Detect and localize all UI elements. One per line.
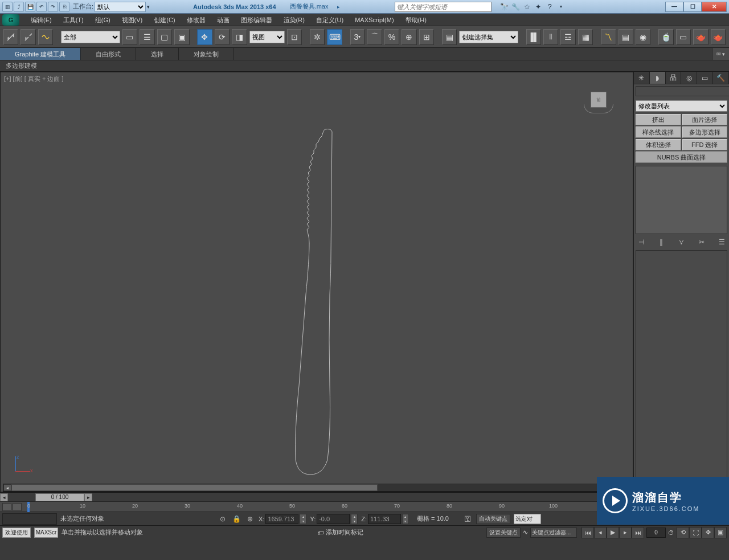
search-input[interactable] <box>395 2 492 12</box>
make-unique-icon[interactable]: ⋎ <box>676 237 687 247</box>
mod-splineselect-button[interactable]: 样条线选择 <box>636 126 681 138</box>
workspace-dropdown[interactable]: 默认 <box>95 2 146 12</box>
selset-field[interactable]: 选定对 <box>514 514 541 524</box>
close-button[interactable]: ✕ <box>702 2 727 12</box>
help-dd-icon[interactable]: ▾ <box>556 2 566 11</box>
zoom-ext-icon[interactable]: ⛶ <box>689 527 702 538</box>
bind-spacewarp-icon[interactable] <box>38 29 53 45</box>
keyboard-shortcut-icon[interactable]: ⌨ <box>327 29 342 45</box>
pan2-icon[interactable]: ✥ <box>702 527 714 538</box>
mod-meshselect-button[interactable]: 面片选择 <box>682 114 728 125</box>
wrench-icon[interactable]: 🔧 <box>511 2 520 11</box>
manipulate-icon[interactable]: ✲ <box>310 29 325 45</box>
tab-selection[interactable]: 选择 <box>136 48 179 60</box>
help-icon[interactable]: ? <box>545 2 554 11</box>
menu-help[interactable]: 帮助(H) <box>400 14 432 26</box>
ref-coord-dropdown[interactable]: 视图 <box>249 31 285 43</box>
remove-mod-icon[interactable]: ✂ <box>696 237 707 247</box>
key-mode-icon[interactable]: ⚿ <box>462 514 473 524</box>
modifier-stack[interactable] <box>636 166 727 234</box>
scroll-thumb[interactable] <box>11 484 378 491</box>
max-toggle-icon[interactable]: ▣ <box>714 527 727 538</box>
show-end-icon[interactable]: ‖ <box>656 237 667 247</box>
tab-display-icon[interactable]: ▭ <box>697 72 713 84</box>
tab-motion-icon[interactable]: ◎ <box>681 72 697 84</box>
title-dropdown-icon[interactable]: ▸ <box>337 4 340 10</box>
percent-snap-icon[interactable]: % <box>384 29 399 45</box>
viewport-label[interactable]: [+] [前] [ 真实 + 边面 ] <box>4 75 64 83</box>
tab-graphite[interactable]: Graphite 建模工具 <box>0 48 81 60</box>
scroll-left-icon[interactable]: ◂ <box>3 484 11 491</box>
binoculars-icon[interactable]: 🔭 <box>499 2 509 11</box>
snap-3d-icon[interactable]: 3▾ <box>350 29 365 45</box>
layers-icon[interactable]: ☲ <box>560 29 575 45</box>
welcome-button[interactable]: 欢迎使用 <box>2 528 31 538</box>
maxscript-button[interactable]: MAXScr <box>34 528 58 538</box>
pivot-center-icon[interactable]: ⊡ <box>287 29 302 45</box>
coord-x-input[interactable] <box>265 514 298 524</box>
new-icon[interactable]: ▥ <box>2 2 13 12</box>
menu-render[interactable]: 渲染(R) <box>278 14 310 26</box>
tab-utilities-icon[interactable]: 🔨 <box>713 72 729 84</box>
current-frame[interactable]: 0 <box>646 528 666 538</box>
tab-hierarchy-icon[interactable]: 品 <box>666 72 682 84</box>
tag-icon[interactable]: 🏷 <box>317 529 323 536</box>
key-filter-icon[interactable]: ∿ <box>523 529 528 536</box>
spline-object[interactable] <box>245 124 371 477</box>
link-tool-icon[interactable] <box>3 29 18 45</box>
viewport-hscroll[interactable]: ◂ ▸ <box>3 484 630 492</box>
menu-maxscript[interactable]: MAXScript(M) <box>349 14 399 26</box>
setkey-button[interactable]: 设置关键点 <box>486 528 521 538</box>
pin-stack-icon[interactable]: ⊣ <box>636 237 647 247</box>
align-icon[interactable]: ⫴ <box>543 29 558 45</box>
unlink-tool-icon[interactable] <box>21 29 35 45</box>
menu-view[interactable]: 视图(V) <box>116 14 149 26</box>
minimize-button[interactable]: — <box>665 2 683 12</box>
open-icon[interactable]: ⤴ <box>14 2 24 12</box>
rollout-area[interactable] <box>636 250 727 490</box>
tab-freeform[interactable]: 自由形式 <box>81 48 136 60</box>
favorite-icon[interactable]: ✦ <box>534 2 543 11</box>
menu-create[interactable]: 创建(C) <box>148 14 181 26</box>
orbit-icon[interactable]: ⟲ <box>677 527 689 538</box>
move-tool-icon[interactable]: ✥ <box>197 29 212 45</box>
render-prod-icon[interactable]: 🫖 <box>711 29 726 45</box>
render-icon[interactable]: 🫖 <box>693 29 708 45</box>
goto-end-icon[interactable]: ⏭ <box>632 527 644 538</box>
tab-modify-icon[interactable]: ◗ <box>650 72 666 84</box>
angle-snap-icon[interactable]: ⌒ <box>367 29 382 45</box>
select-name-icon[interactable]: ☰ <box>140 29 154 45</box>
prev-frame-icon[interactable]: ◂ <box>594 527 607 538</box>
link-icon[interactable]: ⎘ <box>59 2 69 12</box>
goto-start-icon[interactable]: ⏮ <box>581 527 594 538</box>
viewport[interactable]: [+] [前] [ 真实 + 边面 ] 前 z x ◂ ▸ <box>0 72 633 492</box>
tab-objectpaint[interactable]: 对象绘制 <box>179 48 234 60</box>
viewcube-ring[interactable] <box>584 104 613 113</box>
lock-icon[interactable]: 🔒 <box>231 514 241 524</box>
window-crossing-icon[interactable]: ▣ <box>174 29 189 45</box>
rotate-tool-icon[interactable]: ⟳ <box>215 29 230 45</box>
autokey-button[interactable]: 自动关键点 <box>476 514 510 524</box>
slider-thumb[interactable]: 0 / 100 <box>35 493 84 501</box>
mod-extrude-button[interactable]: 挤出 <box>636 114 681 125</box>
select-region-rect-icon[interactable]: ▢ <box>157 29 172 45</box>
undo-icon[interactable]: ↶ <box>36 2 47 12</box>
coord-z-input[interactable] <box>368 514 401 524</box>
app-logo-icon[interactable]: G <box>2 14 19 26</box>
time-config-icon[interactable]: ⏱ <box>668 529 674 536</box>
coord-z-spinner[interactable]: ▴▾ <box>402 514 409 524</box>
mod-volselect-button[interactable]: 体积选择 <box>636 139 681 150</box>
mod-polyselect-button[interactable]: 多边形选择 <box>682 126 728 138</box>
coord-x-spinner[interactable]: ▴▾ <box>300 514 306 524</box>
next-frame-icon[interactable]: ▸ <box>619 527 632 538</box>
named-selset-icon[interactable]: ▤ <box>442 29 457 45</box>
ribbon-dropdown-icon[interactable]: ✉ ▾ <box>712 48 729 60</box>
material-editor-icon[interactable]: ◉ <box>636 29 650 45</box>
menu-group[interactable]: 组(G) <box>89 14 116 26</box>
menu-customize[interactable]: 自定义(U) <box>310 14 349 26</box>
slider-next-icon[interactable]: ▸ <box>84 493 92 501</box>
tab-create-icon[interactable]: ✳ <box>634 72 650 84</box>
menu-grapheditors[interactable]: 图形编辑器 <box>235 14 278 26</box>
maximize-button[interactable]: ☐ <box>683 2 702 12</box>
spinner-snap-icon[interactable]: ⊕ <box>402 29 416 45</box>
